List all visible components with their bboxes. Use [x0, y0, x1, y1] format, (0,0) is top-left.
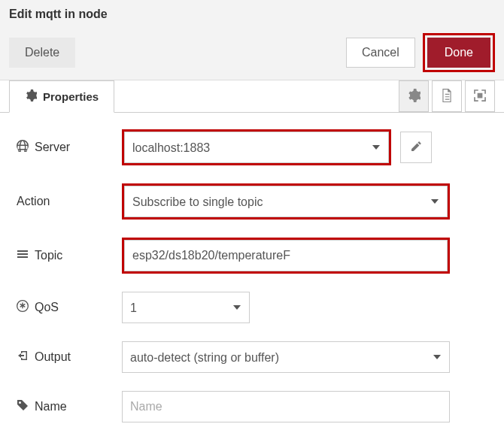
label-topic: Topic: [17, 248, 122, 263]
done-highlight: Done: [423, 33, 495, 72]
row-name: Name: [17, 391, 487, 422]
label-output: Output: [17, 350, 122, 365]
action-highlight: Subscribe to single topic: [122, 183, 450, 220]
tab-appearance-button[interactable]: [465, 80, 495, 112]
output-icon: [17, 350, 29, 365]
label-qos: QoS: [17, 300, 122, 315]
output-select[interactable]: auto-detect (string or buffer): [122, 341, 450, 373]
server-highlight: localhost:1883: [122, 129, 391, 165]
label-text: Server: [35, 141, 70, 154]
expand-icon: [473, 89, 487, 104]
label-text: Name: [35, 400, 67, 413]
row-action: Action Subscribe to single topic: [17, 183, 487, 220]
tag-icon: [17, 399, 29, 414]
file-icon: [440, 89, 454, 104]
row-qos: QoS 1: [17, 292, 487, 323]
row-topic: Topic: [17, 238, 487, 274]
tab-settings-button[interactable]: [399, 80, 429, 112]
edit-server-button[interactable]: [400, 132, 432, 163]
asterisk-icon: [17, 300, 29, 315]
label-name: Name: [17, 399, 122, 414]
topic-highlight: [122, 238, 450, 274]
tab-description-button[interactable]: [432, 80, 462, 112]
pencil-icon: [410, 141, 422, 155]
label-server: Server: [17, 140, 122, 155]
label-action: Action: [17, 195, 122, 208]
form: Server localhost:1883 Action Subscribe t…: [0, 113, 504, 427]
gear-icon: [407, 89, 421, 104]
qos-select[interactable]: 1: [122, 292, 250, 323]
tab-label: Properties: [43, 90, 99, 103]
topic-input[interactable]: [124, 240, 448, 271]
label-text: Action: [17, 195, 50, 208]
gear-icon: [25, 89, 37, 104]
name-input[interactable]: [122, 391, 450, 422]
row-server: Server localhost:1883: [17, 129, 487, 165]
cancel-button[interactable]: Cancel: [346, 38, 415, 68]
globe-icon: [17, 140, 29, 155]
row-output: Output auto-detect (string or buffer): [17, 341, 487, 373]
header-buttons: Delete Cancel Done: [9, 33, 495, 72]
tabs-bar: Properties: [0, 80, 504, 113]
label-text: Output: [35, 350, 71, 364]
label-text: Topic: [35, 249, 62, 262]
tab-properties[interactable]: Properties: [9, 80, 114, 113]
label-text: QoS: [35, 301, 59, 314]
list-icon: [17, 248, 29, 263]
dialog-title: Edit mqtt in node: [9, 6, 495, 21]
done-button[interactable]: Done: [427, 38, 490, 68]
delete-button[interactable]: Delete: [9, 38, 75, 68]
server-select[interactable]: localhost:1883: [124, 132, 389, 163]
dialog-header: Edit mqtt in node Delete Cancel Done: [0, 0, 504, 80]
action-select[interactable]: Subscribe to single topic: [124, 186, 448, 217]
